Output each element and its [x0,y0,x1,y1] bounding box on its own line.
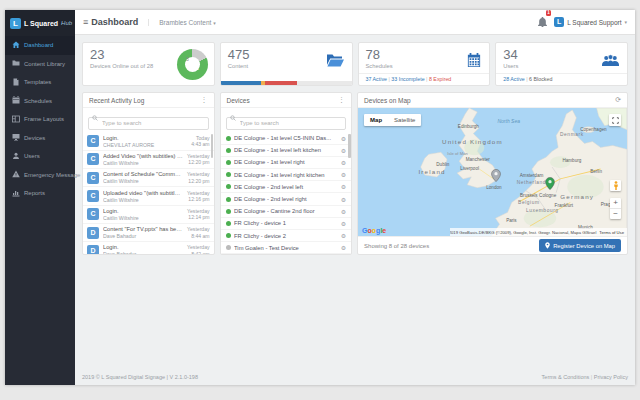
terms-of-use-link[interactable]: Terms of Use [599,230,624,235]
activity-user: Dave Bahadur [103,233,183,239]
activity-date: Yesterday [187,171,209,178]
gear-icon[interactable]: ⚙ [341,196,346,203]
notifications-button[interactable]: 1 [538,13,547,31]
donut-online-label: 23 [194,66,199,71]
device-list-item[interactable]: DE Cologne - 1st level right kitchen ⚙ [221,169,352,181]
schedules-card: 78 Schedules 37 Active33 Incomplete8 Exp… [358,42,491,86]
activity-avatar: C [87,190,99,202]
breakdown-item: 6 Blocked [529,76,552,82]
gear-icon[interactable]: ⚙ [341,183,346,190]
user-menu[interactable]: L L Squared Support ▾ [554,17,627,27]
user-icon [12,152,20,161]
terms-conditions-link[interactable]: Terms & Conditions [542,374,590,380]
sidebar-item-templates[interactable]: Templates [5,73,75,92]
google-logo[interactable]: Google [362,227,386,234]
device-list-item[interactable]: DE Cologne - 1st level right ⚙ [221,157,352,169]
sidebar-item-schedules[interactable]: Schedules [5,92,75,111]
device-list-item[interactable]: DE Cologne - 1st level C5-ININ Das... ⚙ [221,133,352,145]
breakdown-item: 37 Active [366,76,392,82]
map-attribution: Map data ©2019 GeoBasis-DE/BKG (©2009), … [450,228,628,236]
device-list-item[interactable]: DE Cologne - 2nd level left ⚙ [221,181,352,193]
schedules-label: Schedules [366,63,483,69]
chevron-down-icon: ▾ [624,19,627,25]
device-list-item[interactable]: DE Cologne - Cantine 2nd floor ⚙ [221,206,352,218]
device-list-item[interactable]: Tim Goalen - Test Device ⚙ [221,242,352,254]
activity-list-item: C Uploaded video "(with subtitles)... Ca… [83,187,214,205]
device-name: DE Cologne - 1st level right kitchen [234,172,337,178]
kebab-menu-icon[interactable]: ⋮ [201,96,208,104]
activity-list-item: C Login. Caitlin Wiltshire Yesterday 12:… [83,206,214,224]
activity-list-item: D Content "For TV.pptx" has been ... Dav… [83,224,214,242]
activity-time: 12:20 pm [187,178,209,185]
menu-toggle-icon[interactable]: ≡ [83,17,88,27]
zoom-in-button[interactable]: + [610,198,621,209]
device-list-item[interactable]: FR Clichy - device 1 ⚙ [221,218,352,230]
gear-icon[interactable]: ⚙ [341,135,346,142]
map-canvas[interactable]: North SeaEdinburghUnited KingdomIsle of … [358,108,627,236]
sidebar-item-frame-layouts[interactable]: Frame Layouts [5,110,75,129]
cologne-marker[interactable] [545,176,555,189]
gear-icon[interactable]: ⚙ [341,232,346,239]
gear-icon[interactable]: ⚙ [341,208,346,215]
content-context-dropdown[interactable]: Brambles Content ▾ [148,19,215,26]
activity-user: Caitlin Wiltshire [103,215,183,221]
sidebar-item-content-library[interactable]: Content Library [5,55,75,74]
device-status-dot [226,221,231,226]
breakdown-item: 28 Active [503,76,529,82]
devices-list: DE Cologne - 1st level C5-ININ Das... ⚙ … [221,133,352,255]
device-status-dot [226,245,231,250]
gear-icon[interactable]: ⚙ [341,244,346,251]
map-type-control: Map Satellite [364,114,421,126]
sidebar-item-users[interactable]: Users [5,147,75,166]
device-list-item[interactable]: DE Cologne - 1st level left kitchen ⚙ [221,145,352,157]
breakdown-item: 8 Expired [429,76,451,82]
device-list-item[interactable]: FR Clichy - device 2 ⚙ [221,230,352,242]
activity-scrollbar[interactable] [211,134,214,158]
gear-icon[interactable]: ⚙ [341,159,346,166]
progress-segment [221,81,262,85]
gear-icon[interactable]: ⚙ [341,220,346,227]
pegman-streetview-icon[interactable] [610,180,621,191]
activity-title: Content "For TV.pptx" has been ... [103,226,183,232]
devices-on-map-panel: Devices on Map ⟳ [357,92,628,255]
refresh-icon[interactable]: ⟳ [615,96,621,104]
fullscreen-button[interactable] [609,114,621,126]
register-device-button[interactable]: Register Device on Map [539,239,621,252]
sidebar-item-dashboard[interactable]: Dashboard [5,36,75,55]
gear-icon[interactable]: ⚙ [341,171,346,178]
activity-search-input[interactable] [88,117,209,130]
map-panel-title: Devices on Map [364,97,411,104]
calendar-icon [12,96,20,105]
activity-avatar: D [87,245,99,254]
user-name: L Squared Support [567,19,621,26]
activity-title: Content of Schedule "Communic... [103,171,183,177]
activity-list-item: C Login. CHEVILLAT AURORE Today 4:43 am [83,133,214,151]
file-icon [12,78,20,87]
devices-search-input[interactable] [226,117,347,130]
activity-time: 8:44 am [187,233,209,240]
sidebar-item-reports[interactable]: Reports [5,184,75,203]
privacy-policy-link[interactable]: Privacy Policy [594,374,628,380]
app-window: L L Squared Hub Dashboard Content Librar… [5,10,635,385]
london-marker[interactable] [491,168,501,181]
device-name: FR Clichy - device 1 [234,220,337,226]
kebab-menu-icon[interactable]: ⋮ [338,96,345,104]
devices-scrollbar[interactable] [348,134,351,158]
search-icon [92,115,98,121]
device-status-dot [226,148,231,153]
sidebar-item-devices[interactable]: Devices [5,129,75,148]
satellite-button[interactable]: Satellite [388,114,421,126]
content-progress-bar [221,81,352,85]
device-status-dot [226,160,231,165]
sidebar-item-label: Frame Layouts [24,116,64,122]
activity-list-item: D Login. Dave Bahadur Yesterday 8:42 am [83,242,214,254]
logo-suffix: Hub [61,20,72,26]
map-button[interactable]: Map [364,114,388,126]
gear-icon[interactable]: ⚙ [341,147,346,154]
device-list-item[interactable]: DE Cologne - 2nd level right ⚙ [221,193,352,205]
calendar-icon [467,53,481,71]
zoom-out-button[interactable]: − [610,209,621,219]
users-card: 34 Users 28 Active6 Blocked [495,42,628,86]
sidebar-item-emergency-message[interactable]: Emergency Message [5,166,75,185]
attribution-text: Map data ©2019 GeoBasis-DE/BKG (©2009), … [450,230,597,235]
